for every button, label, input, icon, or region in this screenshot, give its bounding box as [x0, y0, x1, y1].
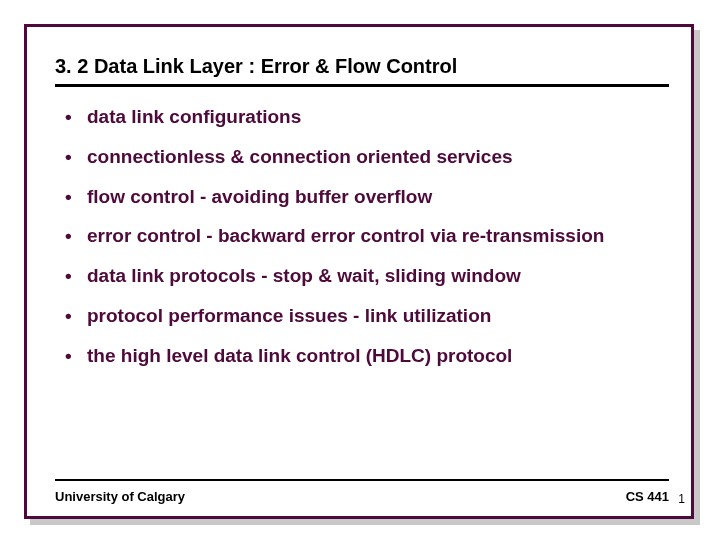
slide-frame: 3. 2 Data Link Layer : Error & Flow Cont…: [24, 24, 694, 519]
page-number: 1: [678, 492, 685, 506]
list-item: protocol performance issues - link utili…: [65, 304, 669, 328]
title-rule: [55, 84, 669, 87]
slide-footer: University of Calgary CS 441: [55, 479, 669, 504]
list-item: data link protocols - stop & wait, slidi…: [65, 264, 669, 288]
footer-row: University of Calgary CS 441: [55, 489, 669, 504]
list-item: data link configurations: [65, 105, 669, 129]
footer-right: CS 441: [626, 489, 669, 504]
slide-content: 3. 2 Data Link Layer : Error & Flow Cont…: [55, 55, 669, 383]
slide-title: 3. 2 Data Link Layer : Error & Flow Cont…: [55, 55, 669, 78]
list-item: error control - backward error control v…: [65, 224, 669, 248]
list-item: the high level data link control (HDLC) …: [65, 344, 669, 368]
footer-left: University of Calgary: [55, 489, 185, 504]
list-item: connectionless & connection oriented ser…: [65, 145, 669, 169]
list-item: flow control - avoiding buffer overflow: [65, 185, 669, 209]
bullet-list: data link configurations connectionless …: [55, 105, 669, 367]
footer-rule: [55, 479, 669, 481]
